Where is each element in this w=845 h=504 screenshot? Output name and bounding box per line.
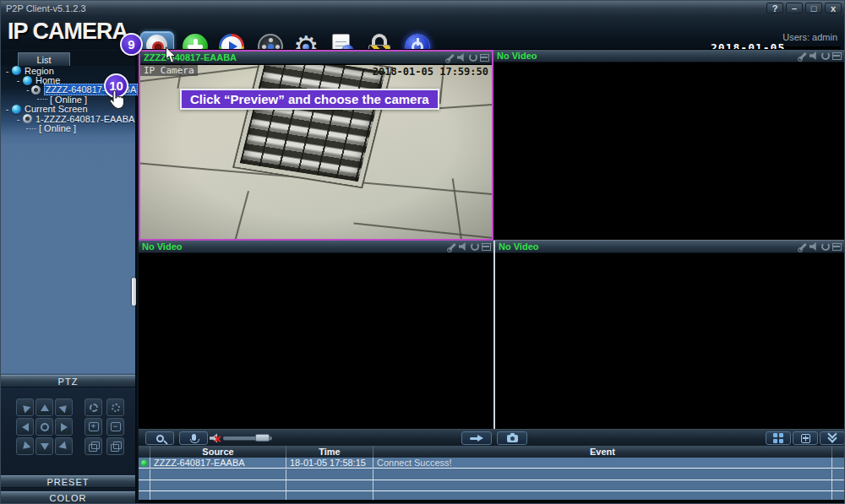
refresh-icon[interactable]: [821, 242, 830, 251]
video-panel-3[interactable]: No Video: [139, 241, 493, 429]
ptz-pointer-button[interactable]: [461, 431, 492, 445]
ptz-left-button[interactable]: [16, 418, 34, 436]
mouse-cursor-hand-icon: [107, 89, 126, 110]
tree-branch-dots: [26, 128, 36, 129]
preset-panel-header[interactable]: PRESET: [1, 475, 135, 488]
ptz-up-button[interactable]: [35, 398, 53, 416]
ptz-down-button[interactable]: [35, 437, 53, 455]
focus-far-button[interactable]: [106, 437, 124, 455]
wrench-icon[interactable]: [798, 51, 807, 61]
volume-slider-handle[interactable]: [255, 434, 270, 442]
tree-label[interactable]: Current Screen: [25, 104, 88, 114]
online-status-label: [ Online ]: [50, 95, 87, 105]
expander-icon[interactable]: -: [15, 75, 21, 85]
grid-icon: [773, 433, 783, 443]
tab-list[interactable]: List: [18, 52, 70, 66]
iris-close-button[interactable]: [106, 398, 124, 416]
expander-icon[interactable]: -: [4, 66, 10, 76]
event-source-cell: ZZZZ-640817-EAABA: [150, 458, 286, 468]
tree-item-screen-camera[interactable]: - 1-ZZZZ-640817-EAABA: [1, 114, 135, 123]
collapse-panel-button[interactable]: [820, 431, 845, 445]
window-icon[interactable]: [832, 243, 842, 251]
wrench-icon[interactable]: [798, 242, 807, 252]
source-column-header: Source: [150, 446, 286, 458]
maximize-button[interactable]: □: [805, 3, 822, 14]
layout-grid-button[interactable]: [766, 431, 791, 445]
video-panel-1-title: ZZZZ-640817-EAABA: [140, 52, 445, 62]
ptz-up-left-button[interactable]: [16, 398, 34, 416]
close-button[interactable]: x: [825, 3, 842, 14]
video-panel-2[interactable]: No Video: [493, 50, 844, 241]
globe-icon: [12, 66, 21, 75]
microphone-icon: [192, 434, 196, 441]
arrow-icon: [470, 435, 483, 442]
digital-zoom-button[interactable]: [145, 431, 174, 445]
ptz-down-left-button[interactable]: [16, 437, 34, 455]
camera-snapshot-icon: [507, 435, 518, 442]
tree-label[interactable]: 1-ZZZZ-640817-EAABA: [35, 114, 134, 124]
speaker-icon[interactable]: [810, 51, 819, 61]
ptz-up-right-button[interactable]: [55, 398, 73, 416]
speaker-icon[interactable]: [457, 53, 466, 62]
event-column-header: Event: [373, 446, 832, 458]
mute-speaker-icon[interactable]: [210, 433, 220, 443]
ptz-lens-controls: + −: [84, 398, 124, 455]
scroll-column: [832, 446, 844, 458]
ptz-right-button[interactable]: [55, 418, 73, 436]
header: IP CAMERA 9 ⚙ Users: admin 2018-01-05 17…: [1, 15, 844, 49]
fullscreen-button[interactable]: [793, 431, 818, 445]
double-chevron-down-icon: [829, 435, 836, 442]
window-icon[interactable]: [480, 54, 489, 62]
event-text-cell: Connect Success!: [373, 458, 832, 468]
video-panel-2-title: No Video: [493, 51, 798, 61]
ptz-auto-pan-button[interactable]: [35, 418, 53, 436]
refresh-icon[interactable]: [469, 53, 477, 62]
ptz-down-right-button[interactable]: [55, 437, 73, 455]
tree-label[interactable]: Region: [25, 66, 54, 76]
video-panel-1-selected[interactable]: ZZZZ-640817-EAABA: [139, 50, 493, 241]
ptz-panel-header[interactable]: PTZ: [1, 375, 135, 387]
focus-near-button[interactable]: [84, 437, 102, 455]
talk-button[interactable]: [179, 431, 208, 445]
iris-open-button[interactable]: [84, 398, 102, 416]
video-overlay-timestamp: 2018-01-05 17:59:50: [373, 66, 488, 78]
video-grid: ZZZZ-640817-EAABA: [139, 49, 844, 429]
volume-slider[interactable]: [223, 436, 272, 440]
zoom-in-button[interactable]: +: [84, 418, 102, 436]
speaker-icon[interactable]: [810, 242, 819, 252]
wrench-icon[interactable]: [447, 242, 456, 252]
expander-icon[interactable]: -: [15, 114, 21, 124]
event-table-header: Source Time Event: [139, 446, 844, 458]
refresh-icon[interactable]: [471, 242, 479, 251]
title-bar: P2P Client-v5.1.2.3 ? – □ x: [1, 1, 844, 15]
globe-icon: [12, 105, 21, 114]
zoom-out-button[interactable]: −: [106, 418, 124, 436]
event-table-empty-row: [139, 480, 844, 491]
expander-icon[interactable]: -: [4, 104, 10, 114]
list-tab-bar: List: [1, 51, 135, 66]
window-title: P2P Client-v5.1.2.3: [1, 3, 766, 14]
video-panel-3-header: No Video: [139, 241, 493, 253]
video-panel-4[interactable]: No Video: [493, 241, 844, 429]
sidebar-splitter-handle[interactable]: [132, 278, 136, 306]
minimize-button[interactable]: –: [786, 3, 803, 14]
app-window: P2P Client-v5.1.2.3 ? – □ x IP CAMERA 9 …: [0, 0, 845, 504]
tree-branch-dots: [37, 99, 47, 100]
sidebar: List - Region - Home - ZZZZ-640817-EAABA…: [1, 49, 137, 504]
expander-icon[interactable]: -: [26, 84, 30, 95]
tutorial-annotation: Click “Preview” and choose the camera: [180, 89, 439, 110]
speaker-icon[interactable]: [459, 242, 468, 252]
video-panel-1-header: ZZZZ-640817-EAABA: [140, 51, 492, 64]
event-table-row[interactable]: ZZZZ-640817-EAABA 18-01-05 17:58:15 Conn…: [139, 458, 844, 469]
refresh-icon[interactable]: [821, 51, 830, 60]
window-icon[interactable]: [832, 52, 842, 60]
video-panel-4-title: No Video: [495, 241, 798, 252]
color-panel-header[interactable]: COLOR: [1, 491, 135, 504]
window-icon[interactable]: [482, 243, 491, 251]
status-online-dot: [141, 460, 147, 466]
video-overlay-camera-name: IP Camera: [140, 65, 198, 76]
app-logo: IP CAMERA: [8, 19, 128, 45]
wrench-icon[interactable]: [445, 53, 455, 62]
snapshot-button[interactable]: [497, 431, 527, 445]
help-button[interactable]: ?: [766, 3, 783, 14]
